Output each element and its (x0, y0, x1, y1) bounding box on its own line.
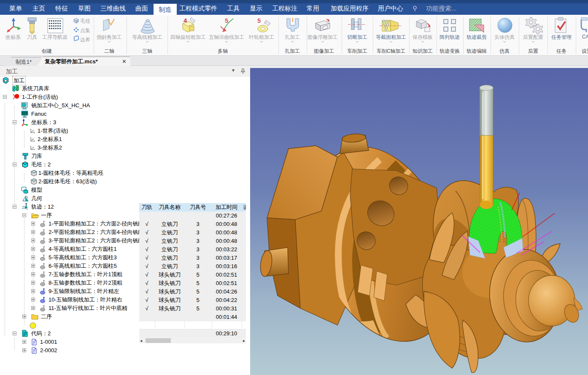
svg-text:毛坯: 毛坯 (80, 18, 90, 24)
svg-text:点集: 点集 (80, 27, 90, 33)
svg-text:边界: 边界 (80, 37, 90, 43)
svg-text:5: 5 (257, 17, 261, 24)
